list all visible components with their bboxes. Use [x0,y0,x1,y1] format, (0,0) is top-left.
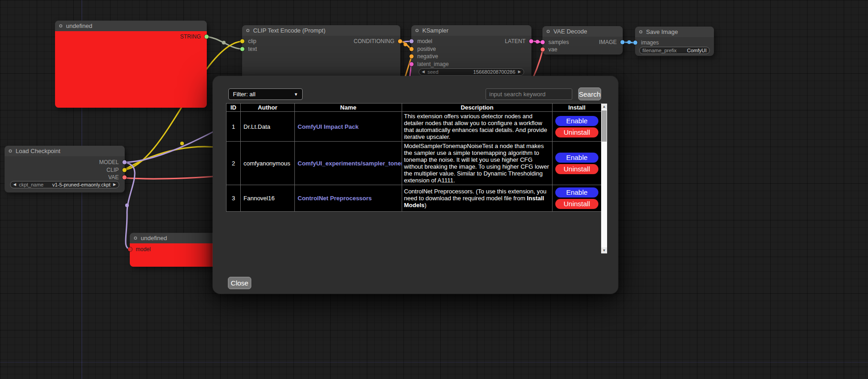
enable-button[interactable]: Enable [555,187,598,198]
wire-dot [536,40,539,44]
slot-label: images [641,39,659,46]
header-author: Author [241,104,295,112]
output-dot-clip[interactable] [122,168,127,172]
node-vae-decode[interactable]: VAE Decode samples vae IMAGE [542,26,623,55]
scrollbar[interactable]: ▲ ▼ [601,104,607,253]
cell-name: ComfyUI Impact Pack [295,112,402,142]
filter-select[interactable]: Filter: all ▼ [228,88,303,100]
collapse-dot[interactable] [415,29,419,32]
extension-row: 2 comfyanonymous ComfyUI_experiments/sam… [227,142,602,185]
input-dot-latent-image[interactable] [409,62,414,66]
collapse-dot[interactable] [9,149,12,153]
slot-label: latent_image [417,61,449,67]
node-undefined-top[interactable]: undefined STRING [55,21,207,108]
search-button[interactable]: Search [578,88,601,100]
collapse-dot[interactable] [59,24,62,27]
uninstall-button[interactable]: Uninstall [555,127,598,137]
slot-label: model [417,38,432,44]
header-install: Install [553,104,602,112]
filename-prefix-widget[interactable]: filename_prefix ComfyUI [639,47,710,54]
next-arrow-icon[interactable]: ▶ [113,183,116,187]
slot-label: positive [417,46,436,52]
output-dot-string[interactable] [205,35,209,39]
input-dot-text[interactable] [240,47,244,51]
slot-label: IMAGE [599,39,617,45]
input-dot-images[interactable] [633,41,637,45]
output-dot-image[interactable] [620,40,625,44]
extension-link[interactable]: ComfyUI_experiments/sampler_tonemap [298,160,402,167]
cell-author: Dr.Lt.Data [241,112,295,142]
widget-value: ComfyUI [687,48,707,53]
collapse-dot[interactable] [134,236,137,240]
input-dot-model[interactable] [128,247,132,252]
extension-row: 3 Fannovel16 ControlNet Preprocessors Co… [227,185,602,212]
slot-label: model [136,246,151,253]
slot-label: text [248,46,257,52]
output-dot-latent[interactable] [529,39,533,44]
graph-canvas[interactable]: undefined STRING CLIP Text Encode (Promp… [0,0,868,379]
cell-description: ModelSamplerTonemapNoiseTest a node that… [402,142,553,185]
input-dot-model[interactable] [409,39,414,44]
seed-widget[interactable]: ◀ seed 156680208700286 ▶ [419,68,524,76]
cell-install: Enable Uninstall [553,142,602,185]
node-title: KSampler [422,27,448,34]
enable-button[interactable]: Enable [555,116,598,126]
cell-description: ControlNet Preprocessors. (To use this e… [402,185,553,212]
slot-label: LATENT [505,38,525,44]
slot-label: MODEL [99,159,119,165]
collapse-dot[interactable] [639,30,642,33]
collapse-dot[interactable] [547,30,550,33]
table-header-row: ID Author Name Description Install [227,104,602,112]
slot-label: VAE [108,174,119,181]
extension-link[interactable]: ControlNet Preprocessors [298,195,372,202]
output-dot-vae[interactable] [122,176,127,180]
cell-author: Fannovel16 [241,185,295,212]
header-description: Description [402,104,553,112]
input-dot-negative[interactable] [409,55,414,59]
widget-label: seed [427,69,438,75]
wire-dot [404,43,407,46]
extension-table: ID Author Name Description Install 1 Dr.… [226,103,602,212]
node-title: CLIP Text Encode (Prompt) [253,27,326,34]
collapse-dot[interactable] [246,29,249,32]
ckpt-name-widget[interactable]: ◀ ckpt_name v1-5-pruned-emaonly.ckpt ▶ [10,181,119,188]
output-dot-conditioning[interactable] [398,39,402,44]
cell-id: 1 [227,112,241,142]
cell-description: This extension offers various detector n… [402,112,553,142]
wire-dot [222,41,226,44]
extension-row: 1 Dr.Lt.Data ComfyUI Impact Pack This ex… [227,112,602,142]
slot-label: clip [248,38,256,44]
header-name: Name [295,104,402,112]
slot-label: STRING [180,33,201,40]
cell-install: Enable Uninstall [553,185,602,212]
uninstall-button[interactable]: Uninstall [555,164,598,174]
node-title: Save Image [646,28,678,35]
prev-arrow-icon[interactable]: ◀ [13,183,16,187]
wire-dot [125,203,129,207]
widget-value: 156680208700286 [473,69,515,75]
node-title: VAE Decode [553,28,587,35]
slot-label: negative [417,53,438,60]
scroll-up-icon[interactable]: ▲ [601,104,607,110]
input-dot-clip[interactable] [240,39,244,44]
node-title: undefined [66,22,92,29]
input-dot-samples[interactable] [541,40,545,44]
input-dot-vae[interactable] [541,48,545,52]
scroll-thumb[interactable] [602,110,607,142]
node-save-image[interactable]: Save Image images filename_prefix ComfyU… [635,27,714,56]
node-load-checkpoint[interactable]: Load Checkpoint MODEL CLIP VAE ◀ ckpt_na… [5,146,125,192]
input-dot-positive[interactable] [409,47,414,51]
output-dot-model[interactable] [122,160,127,165]
extension-link[interactable]: ComfyUI Impact Pack [298,123,359,130]
search-input[interactable] [486,88,572,100]
cell-id: 3 [227,185,241,212]
enable-button[interactable]: Enable [555,153,598,163]
decrement-arrow-icon[interactable]: ◀ [422,70,425,74]
close-button[interactable]: Close [228,277,251,289]
slot-label: samples [548,39,569,45]
wire-dot [180,142,184,145]
increment-arrow-icon[interactable]: ▶ [518,70,521,74]
uninstall-button[interactable]: Uninstall [555,199,598,209]
widget-label: ckpt_name [19,182,44,187]
scroll-down-icon[interactable]: ▼ [601,247,607,253]
